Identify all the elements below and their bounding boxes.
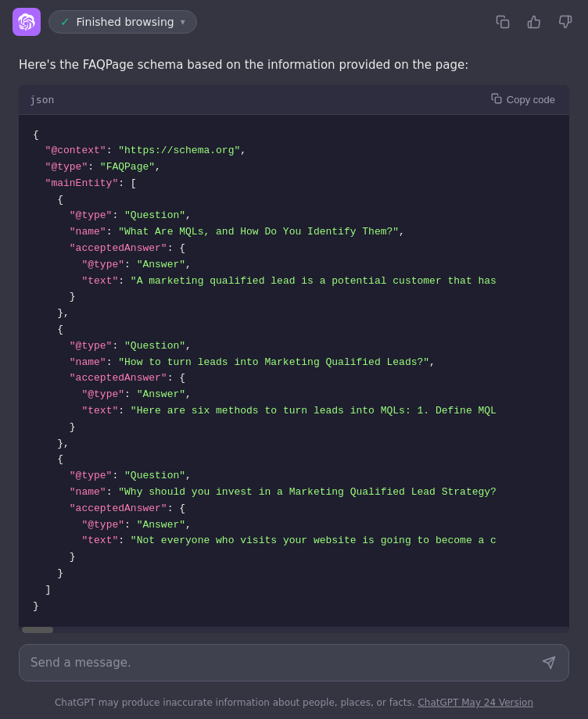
code-line-10: "text": "A marketing qualified lead is a…: [33, 274, 555, 290]
chevron-down-icon: ▾: [181, 16, 185, 27]
code-line-20: },: [33, 436, 555, 453]
code-line-6: "@type": "Question",: [33, 208, 555, 224]
code-line-2: "@context": "https://schema.org",: [33, 143, 555, 159]
chat-input-area: [0, 635, 588, 696]
browsing-label: Finished browsing: [77, 16, 174, 28]
top-bar: ✓ Finished browsing ▾: [0, 0, 588, 44]
code-line-28: }: [33, 566, 555, 582]
code-line-26: "text": "Not everyone who visits your we…: [33, 533, 555, 549]
check-icon: ✓: [60, 16, 70, 28]
scroll-bar-thumb[interactable]: [22, 627, 53, 633]
code-lang-label: json: [30, 94, 54, 106]
code-line-21: {: [33, 452, 555, 468]
browsing-pill[interactable]: ✓ Finished browsing ▾: [48, 10, 197, 34]
code-line-14: "@type": "Question",: [33, 338, 555, 355]
footer-text: ChatGPT may produce inaccurate informati…: [55, 697, 415, 708]
thumbs-up-icon: [527, 15, 541, 29]
code-line-4: "mainEntity": [: [33, 176, 555, 192]
top-bar-right: [493, 12, 575, 32]
copy-code-label: Copy code: [507, 94, 555, 106]
svg-rect-1: [495, 97, 501, 103]
svg-rect-0: [501, 20, 509, 28]
code-line-5: {: [33, 192, 555, 209]
share-button[interactable]: [493, 12, 513, 32]
code-line-12: },: [33, 306, 555, 322]
top-bar-left: ✓ Finished browsing ▾: [13, 8, 197, 36]
code-line-11: }: [33, 289, 555, 306]
send-button[interactable]: [540, 654, 558, 671]
code-line-19: }: [33, 420, 555, 436]
chat-input[interactable]: [30, 656, 532, 670]
chatgpt-logo-svg: [18, 13, 35, 30]
share-icon: [496, 15, 510, 29]
code-block-header: json Copy code: [19, 85, 569, 115]
thumbs-up-button[interactable]: [524, 12, 544, 32]
code-line-9: "@type": "Answer",: [33, 257, 555, 274]
code-line-18: "text": "Here are six methods to turn le…: [33, 403, 555, 420]
code-line-27: }: [33, 549, 555, 566]
code-line-22: "@type": "Question",: [33, 468, 555, 485]
copy-code-button[interactable]: Copy code: [488, 91, 558, 108]
code-line-25: "@type": "Answer",: [33, 517, 555, 534]
chatgpt-logo: [13, 8, 41, 36]
code-line-17: "@type": "Answer",: [33, 387, 555, 403]
copy-icon: [491, 93, 502, 106]
code-line-29: ]: [33, 582, 555, 599]
thumbs-down-button[interactable]: [555, 12, 575, 32]
main-content: Here's the FAQPage schema based on the i…: [0, 44, 588, 635]
code-line-24: "acceptedAnswer": {: [33, 501, 555, 517]
code-line-3: "@type": "FAQPage",: [33, 159, 555, 176]
intro-text: Here's the FAQPage schema based on the i…: [19, 56, 569, 74]
footer-disclaimer: ChatGPT may produce inaccurate informati…: [0, 696, 588, 719]
thumbs-down-icon: [558, 15, 572, 29]
footer-link[interactable]: ChatGPT May 24 Version: [418, 697, 533, 708]
code-line-16: "acceptedAnswer": {: [33, 370, 555, 387]
code-block-wrapper: json Copy code { "@context": "https://sc…: [19, 85, 569, 634]
code-line-23: "name": "Why should you invest in a Mark…: [33, 485, 555, 501]
code-line-7: "name": "What Are MQLs, and How Do You I…: [33, 224, 555, 241]
send-icon: [542, 656, 556, 670]
code-content: { "@context": "https://schema.org", "@ty…: [19, 115, 569, 628]
code-line-13: {: [33, 322, 555, 338]
code-line-8: "acceptedAnswer": {: [33, 241, 555, 257]
code-line-30: }: [33, 599, 555, 615]
code-line-1: {: [33, 127, 555, 144]
code-line-15: "name": "How to turn leads into Marketin…: [33, 355, 555, 371]
chat-input-wrapper: [19, 644, 569, 681]
scroll-bar-track: [19, 627, 569, 633]
